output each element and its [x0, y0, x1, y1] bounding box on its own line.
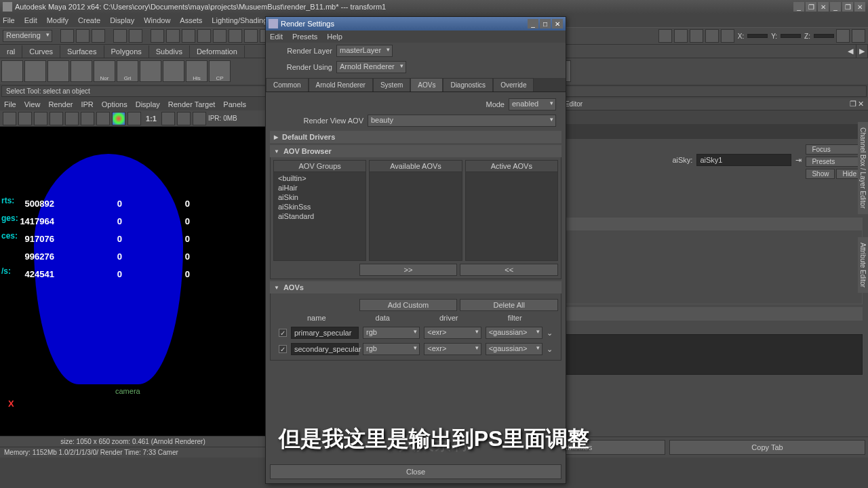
tool-r6[interactable]	[836, 29, 850, 43]
aov-row-name[interactable]: primary_specular	[291, 327, 359, 339]
rv-tool[interactable]	[193, 112, 206, 125]
rv-menu-panels[interactable]: Panels	[223, 100, 246, 108]
tool-r4[interactable]	[705, 29, 719, 43]
restore-button[interactable]: ❐	[806, 2, 816, 12]
menu-create[interactable]: Create	[78, 16, 100, 24]
rv-tool[interactable]	[177, 112, 191, 125]
layout-dropdown[interactable]: Rendering	[3, 30, 52, 42]
rv-menu-view[interactable]: View	[24, 100, 41, 108]
close2-button[interactable]: ✕	[854, 2, 865, 12]
aov-row-expand-icon[interactable]: ⌄	[547, 329, 553, 338]
coord-x-input[interactable]	[747, 34, 768, 38]
tool-g[interactable]	[244, 29, 258, 43]
aov-groups-list[interactable]: <builtin> aiHair aiSkin aiSkinSss aiStan…	[274, 172, 366, 260]
menu-edit[interactable]: Edit	[24, 16, 37, 24]
shelf-tab[interactable]: Surfaces	[60, 45, 104, 58]
aov-group-item[interactable]: aiHair	[277, 183, 363, 192]
rv-tool[interactable]	[50, 112, 63, 125]
rs-tab-aovs[interactable]: AOVs	[410, 78, 443, 92]
ae-presets-button[interactable]: Presets	[806, 157, 863, 167]
aov-row-name[interactable]: secondary_specular	[291, 343, 359, 355]
menu-window[interactable]: Window	[144, 16, 170, 24]
shelf-icon[interactable]: His	[186, 60, 208, 82]
tool-a[interactable]	[151, 29, 164, 43]
render-viewport[interactable]: rts: ges: ces: /s: 50089200 141796400 91…	[0, 127, 266, 436]
aov-row-driver[interactable]: <exr>	[424, 343, 481, 355]
rv-tool-rgb[interactable]	[112, 112, 125, 125]
rs-menu-help[interactable]: Help	[327, 33, 342, 41]
menu-lighting[interactable]: Lighting/Shading	[212, 16, 267, 24]
aov-group-item[interactable]: <builtin>	[277, 174, 363, 183]
shelf-icon[interactable]: CP	[209, 60, 231, 82]
tool-open[interactable]	[76, 29, 90, 43]
aov-row-enable[interactable]	[279, 345, 287, 353]
tool-b[interactable]	[166, 29, 180, 43]
aov-row-enable[interactable]	[279, 329, 287, 337]
rv-tool[interactable]	[65, 112, 79, 125]
rv-tool[interactable]	[18, 112, 32, 125]
close-button[interactable]: ✕	[818, 2, 829, 12]
ae-in-conn-icon[interactable]: ⇥	[795, 156, 802, 165]
ae-close-icon[interactable]: ✕	[858, 100, 864, 108]
rs-aovs-header[interactable]: AOVs	[270, 281, 561, 293]
rs-default-drivers-header[interactable]: Default Drivers	[270, 131, 561, 143]
rs-close-button[interactable]: Close	[270, 464, 561, 479]
aov-row-filter[interactable]: <gaussian>	[486, 327, 542, 339]
tool-f[interactable]	[229, 29, 242, 43]
aov-add-button[interactable]: >>	[359, 264, 458, 276]
ae-detach-icon[interactable]: ❐	[850, 100, 856, 108]
tool-r3[interactable]	[690, 29, 703, 43]
rv-tool[interactable]	[161, 112, 175, 125]
rs-tab-system[interactable]: System	[373, 78, 410, 92]
aov-add-custom-button[interactable]: Add Custom	[359, 299, 458, 311]
aov-group-item[interactable]: aiSkinSss	[277, 202, 363, 211]
ae-focus-button[interactable]: Focus	[806, 144, 863, 155]
rs-render-using-dropdown[interactable]: Arnold Renderer	[336, 61, 406, 73]
aov-row-expand-icon[interactable]: ⌄	[547, 345, 553, 354]
minimize2-button[interactable]: _	[830, 2, 841, 12]
rv-menu-target[interactable]: Render Target	[168, 100, 216, 108]
aov-group-item[interactable]: aiSkin	[277, 192, 363, 202]
shelf-icon[interactable]: Nor	[94, 60, 115, 82]
shelf-tab[interactable]: Polygons	[104, 45, 149, 58]
menu-assets[interactable]: Assets	[180, 16, 202, 24]
rs-tab-common[interactable]: Common	[266, 78, 309, 92]
side-tab-channelbox[interactable]: Channel Box / Layer Editor	[858, 122, 868, 214]
rs-aov-browser-header[interactable]: AOV Browser	[270, 145, 561, 157]
shelf-tab[interactable]: ral	[0, 45, 22, 58]
tool-r1[interactable]	[658, 29, 672, 43]
rs-minimize[interactable]: _	[528, 19, 538, 28]
minimize-button[interactable]: _	[793, 2, 804, 12]
rs-rvaov-dropdown[interactable]: beauty	[368, 115, 556, 127]
restore2-button[interactable]: ❐	[842, 2, 853, 12]
tool-r5[interactable]	[721, 29, 734, 43]
rs-menu-presets[interactable]: Presets	[292, 33, 317, 41]
rv-menu-file[interactable]: File	[4, 100, 16, 108]
tool-d[interactable]	[197, 29, 211, 43]
ae-copy-button[interactable]: Copy Tab	[669, 440, 865, 455]
shelf-icon[interactable]	[163, 60, 184, 82]
shelf-nav-right[interactable]: ▶	[856, 45, 868, 58]
shelf-icon[interactable]	[71, 60, 92, 82]
ae-show-button[interactable]: Show	[806, 169, 835, 179]
tool-r7[interactable]	[852, 29, 865, 43]
aov-delete-all-button[interactable]: Delete All	[460, 299, 558, 311]
rs-tab-arnold[interactable]: Arnold Renderer	[309, 78, 373, 92]
rs-mode-dropdown[interactable]: enabled	[509, 98, 556, 110]
rv-tool[interactable]	[127, 112, 141, 125]
aov-row-data[interactable]: rgb	[363, 327, 420, 339]
tool-new[interactable]	[60, 29, 74, 43]
tool-r2[interactable]	[674, 29, 688, 43]
tool-e[interactable]	[213, 29, 226, 43]
menu-modify[interactable]: Modify	[47, 16, 68, 24]
shelf-tab[interactable]: Subdivs	[149, 45, 190, 58]
rs-tab-diagnostics[interactable]: Diagnostics	[443, 78, 493, 92]
rv-ratio[interactable]: 1:1	[143, 115, 159, 123]
shelf-tab[interactable]: Deformation	[190, 45, 245, 58]
tool-undo[interactable]	[113, 29, 127, 43]
aov-available-list[interactable]	[370, 172, 461, 260]
side-tab-attribute-editor[interactable]: Attribute Editor	[858, 237, 868, 293]
shelf-nav-left[interactable]: ◀	[845, 45, 856, 58]
rs-menu-edit[interactable]: Edit	[270, 33, 283, 41]
tool-save[interactable]	[92, 29, 105, 43]
